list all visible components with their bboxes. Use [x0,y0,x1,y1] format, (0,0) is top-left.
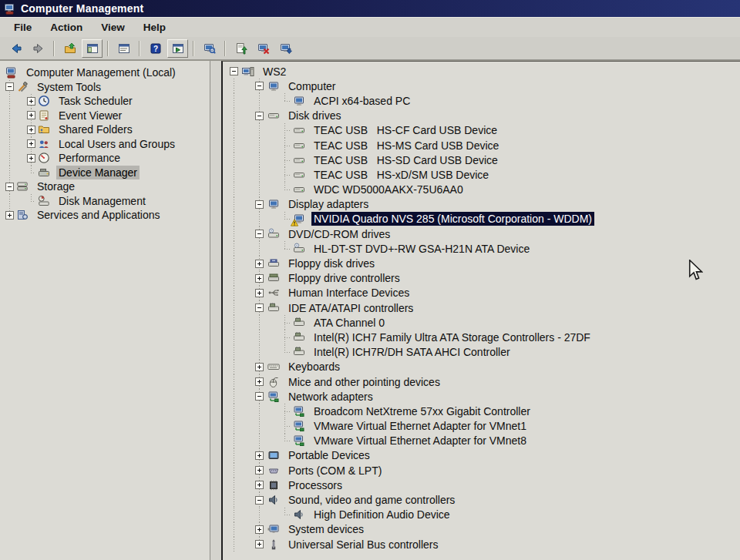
collapse-icon[interactable] [5,82,14,91]
back-button[interactable] [5,39,26,58]
device-tree-row[interactable]: ACPI x64-based PC [223,93,740,108]
local-users-icon [38,138,52,150]
menu-action[interactable]: Action [41,19,92,35]
collapse-icon[interactable] [255,392,264,401]
collapse-icon[interactable] [255,200,264,209]
collapse-icon[interactable] [5,183,14,191]
device-tree-row[interactable]: DVD/CD-ROM drives [223,226,740,241]
device-tree-row[interactable]: Processors [223,478,740,492]
device-tree-row[interactable]: System devices [223,522,740,537]
collapse-icon[interactable] [255,82,264,90]
console-tree-row[interactable]: Performance [0,151,210,166]
device-tree-row[interactable]: Human Interface Devices [223,286,740,300]
tree-connector [278,212,291,226]
expand-icon[interactable] [255,289,264,297]
update-driver-button[interactable] [230,39,251,58]
scan-hardware-changes-button[interactable] [199,39,220,58]
device-tree-row[interactable]: Sound, video and game controllers [223,492,740,507]
forward-button[interactable] [28,39,49,58]
device-tree-row[interactable]: VMware Virtual Ethernet Adapter for VMne… [223,419,740,434]
expand-icon[interactable] [255,451,264,460]
device-tree-row[interactable]: WS2 [223,64,740,79]
expand-icon[interactable] [255,363,264,371]
collapse-icon[interactable] [255,112,264,120]
device-tree-row[interactable]: NVIDIA Quadro NVS 285 (Microsoft Corpora… [223,212,740,226]
expand-icon[interactable] [255,274,264,283]
properties-button[interactable] [113,39,134,58]
device-tree-row[interactable]: Broadcom NetXtreme 57xx Gigabit Controll… [223,404,740,418]
expand-icon[interactable] [255,466,264,474]
device-tree-row[interactable]: High Definition Audio Device [223,508,740,522]
tree-label: Sound, video and game controllers [286,493,457,507]
device-tree-row[interactable]: Keyboards [223,360,740,374]
menu-view[interactable]: View [92,19,134,35]
console-tree-row[interactable]: Computer Management (Local) [0,65,210,80]
expand-icon[interactable] [27,97,35,106]
uninstall-device-button[interactable] [253,39,274,58]
menu-help[interactable]: Help [134,19,175,35]
menu-file[interactable]: File [5,19,41,35]
device-tree-row[interactable]: Network adapters [223,389,740,404]
device-tree-row[interactable]: Universal Serial Bus controllers [223,537,740,552]
device-tree-row[interactable]: ATA Channel 0 [223,315,740,330]
device-tree-row[interactable]: Computer [223,79,740,93]
expand-icon[interactable] [27,154,35,163]
device-tree-row[interactable]: Ports (COM & LPT) [223,463,740,478]
console-tree-row[interactable]: Storage [0,179,210,194]
expand-icon[interactable] [5,211,14,220]
device-tree-row[interactable]: Disk drives [223,109,740,123]
collapse-icon[interactable] [255,496,264,505]
device-tree-row[interactable]: Intel(R) ICH7R/DH SATA AHCI Controller [223,345,740,360]
device-tree-row[interactable]: TEAC USB HS-xD/SM USB Device [223,167,740,182]
expand-icon[interactable] [27,111,35,119]
collapse-icon[interactable] [230,67,238,75]
expand-icon[interactable] [27,139,35,148]
console-tree-row[interactable]: Device Manager [0,166,210,180]
console-tree-row[interactable]: Disk Management [0,194,210,209]
pane-splitter[interactable] [210,61,221,560]
tree-indent-guide [4,94,25,109]
console-tree-row[interactable]: Services and Applications [0,208,210,223]
expand-icon[interactable] [27,126,35,134]
tree-indent-guide [227,419,252,434]
tree-indent-guide [252,212,278,226]
device-tree-row[interactable]: WDC WD5000AAKX-75U6AA0 [223,183,740,197]
console-tree-row[interactable]: System Tools [0,80,210,95]
tree-connector [278,404,291,418]
show-console-tree-button[interactable] [82,39,103,58]
disk-drive-icon [293,169,307,181]
collapse-icon[interactable] [255,303,264,312]
device-tree-row[interactable]: TEAC USB HS-SD Card USB Device [223,153,740,167]
tree-label: Human Interface Devices [286,286,412,300]
tree-indent-guide [227,389,252,404]
device-tree-row[interactable]: Mice and other pointing devices [223,374,740,389]
device-tree-row[interactable]: TEAC USB HS-MS Card USB Device [223,138,740,153]
collapse-icon[interactable] [255,230,264,238]
disable-device-button[interactable] [275,39,296,58]
tree-label: Keyboards [286,360,342,374]
help-button[interactable]: ? [145,39,166,58]
device-tree-row[interactable]: TEAC USB HS-CF Card USB Device [223,123,740,138]
device-tree-row[interactable]: IDE ATA/ATAPI controllers [223,300,740,315]
expand-icon[interactable] [255,540,264,548]
device-tree-row[interactable]: Portable Devices [223,448,740,463]
device-tree-row[interactable]: Floppy drive controllers [223,271,740,286]
floppy-controller-icon [267,272,281,284]
device-tree-row[interactable]: VMware Virtual Ethernet Adapter for VMne… [223,434,740,448]
up-one-level-button[interactable] [59,39,80,58]
tree-label: IDE ATA/ATAPI controllers [286,301,415,315]
console-tree-row[interactable]: Task Scheduler [0,94,210,109]
console-tree-row[interactable]: Event Viewer [0,109,210,123]
device-tree-row[interactable]: HL-DT-ST DVD+-RW GSA-H21N ATA Device [223,241,740,256]
device-tree-row[interactable]: Display adapters [223,197,740,212]
window-tree-icon [86,42,99,55]
console-tree-row[interactable]: Shared Folders [0,122,210,137]
show-action-pane-button[interactable] [167,39,188,58]
expand-icon[interactable] [255,260,264,268]
device-tree-row[interactable]: Floppy disk drives [223,256,740,270]
expand-icon[interactable] [255,525,264,534]
expand-icon[interactable] [255,377,264,386]
device-tree-row[interactable]: Intel(R) ICH7 Family Ultra ATA Storage C… [223,330,740,344]
expand-icon[interactable] [255,481,264,489]
console-tree-row[interactable]: Local Users and Groups [0,137,210,152]
